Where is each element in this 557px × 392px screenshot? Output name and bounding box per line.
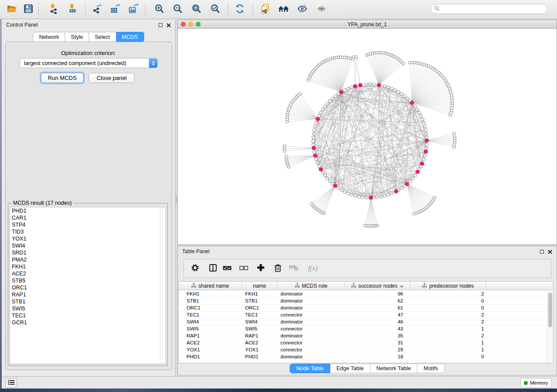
- ring-node[interactable]: [422, 158, 426, 161]
- ring-node[interactable]: [408, 180, 412, 182]
- mcds-result-item[interactable]: ACE2: [10, 270, 166, 277]
- ring-node[interactable]: [329, 180, 332, 182]
- ring-node[interactable]: [337, 187, 340, 189]
- first-neighbors-button[interactable]: [277, 3, 290, 16]
- hub-node[interactable]: [359, 83, 363, 87]
- column-header-name[interactable]: name: [242, 282, 277, 290]
- ring-node[interactable]: [326, 177, 329, 180]
- deselect-all-button[interactable]: [239, 264, 249, 273]
- ring-node[interactable]: [315, 158, 318, 161]
- ring-node[interactable]: [314, 125, 317, 127]
- leaf-node[interactable]: [285, 155, 288, 158]
- ring-node[interactable]: [319, 111, 322, 114]
- run-mcds-button[interactable]: Run MCDS: [41, 73, 83, 83]
- mcds-result-item[interactable]: FKH1: [10, 263, 166, 270]
- ring-node[interactable]: [376, 196, 379, 199]
- ring-node[interactable]: [350, 86, 353, 89]
- ring-node[interactable]: [423, 125, 426, 127]
- table-row[interactable]: ACE2ACE2connector311: [179, 340, 547, 347]
- tab-edge-table[interactable]: Edge Table: [330, 364, 370, 373]
- hub-node[interactable]: [316, 117, 320, 121]
- ring-node[interactable]: [411, 177, 414, 180]
- mcds-result-item[interactable]: GCR1: [10, 319, 166, 326]
- hub-node[interactable]: [333, 184, 337, 188]
- ring-node[interactable]: [416, 108, 419, 111]
- mcds-list-scrollbar[interactable]: [160, 207, 166, 364]
- tab-network-table[interactable]: Network Table: [370, 364, 418, 373]
- leaf-node[interactable]: [453, 146, 456, 148]
- tab-network[interactable]: Network: [33, 32, 65, 42]
- table-row[interactable]: SWI5SWI5connector431: [179, 326, 547, 333]
- ring-node[interactable]: [424, 129, 427, 131]
- ring-node[interactable]: [418, 111, 421, 114]
- ring-node[interactable]: [323, 174, 326, 177]
- leaf-node[interactable]: [283, 148, 286, 150]
- ring-node[interactable]: [343, 89, 346, 91]
- leaf-node[interactable]: [355, 56, 358, 58]
- tab-mcds[interactable]: MCDS: [116, 32, 144, 42]
- hub-node[interactable]: [420, 162, 424, 165]
- ring-node[interactable]: [422, 121, 426, 124]
- ring-node[interactable]: [383, 85, 386, 87]
- table-row[interactable]: TEC1TEC1connector472: [179, 312, 547, 319]
- refresh-button[interactable]: [233, 3, 246, 16]
- leaf-node[interactable]: [299, 93, 302, 95]
- ring-node[interactable]: [387, 86, 390, 89]
- tab-select[interactable]: Select: [89, 32, 116, 42]
- ring-node[interactable]: [326, 102, 329, 105]
- ring-node[interactable]: [340, 189, 343, 192]
- import-table-button[interactable]: [66, 3, 79, 16]
- zoom-fit-button[interactable]: [190, 3, 203, 16]
- hub-node[interactable]: [319, 168, 323, 171]
- ring-node[interactable]: [315, 121, 318, 124]
- leaf-node[interactable]: [310, 203, 313, 205]
- ring-node[interactable]: [312, 143, 315, 146]
- memory-button[interactable]: Memory: [520, 378, 552, 388]
- hub-node[interactable]: [353, 85, 357, 88]
- close-window-light[interactable]: [181, 22, 186, 27]
- ring-node[interactable]: [403, 95, 406, 97]
- new-network-from-selection-button[interactable]: [259, 3, 272, 16]
- column-header-successor-nodes[interactable]: successor nodes: [345, 282, 410, 290]
- ring-node[interactable]: [390, 87, 393, 90]
- column-header-shared-name[interactable]: shared name: [179, 282, 242, 290]
- search-input[interactable]: [442, 6, 543, 12]
- leaf-node[interactable]: [412, 213, 415, 215]
- ring-node[interactable]: [394, 89, 397, 91]
- table-scrollbar[interactable]: [547, 291, 553, 363]
- select-all-button[interactable]: [222, 264, 232, 273]
- mcds-result-item[interactable]: RAP1: [10, 291, 166, 298]
- save-button[interactable]: [22, 3, 35, 16]
- zoom-selected-button[interactable]: [209, 3, 222, 16]
- hub-node[interactable]: [339, 90, 343, 94]
- ring-node[interactable]: [397, 90, 400, 93]
- zoom-in-button[interactable]: [153, 3, 166, 16]
- mcds-result-item[interactable]: TEC1: [10, 312, 166, 319]
- hub-node[interactable]: [394, 190, 398, 193]
- table-row[interactable]: SWI4SWI4dominator462: [179, 319, 547, 326]
- mcds-result-item[interactable]: SRD1: [10, 249, 166, 256]
- ring-node[interactable]: [383, 195, 386, 197]
- mcds-result-item[interactable]: PMA2: [10, 256, 166, 263]
- ring-node[interactable]: [361, 196, 364, 199]
- mcds-result-item[interactable]: PHD1: [10, 207, 166, 214]
- open-button[interactable]: [5, 3, 18, 16]
- tab-motifs[interactable]: Motifs: [417, 364, 444, 373]
- ring-node[interactable]: [321, 108, 324, 111]
- close-panel-icon[interactable]: [548, 249, 552, 254]
- ring-node[interactable]: [357, 195, 360, 198]
- mcds-result-item[interactable]: TID3: [10, 228, 166, 235]
- mcds-result-item[interactable]: STP4: [10, 221, 166, 228]
- scrollbar-thumb[interactable]: [548, 292, 552, 327]
- ring-node[interactable]: [343, 191, 346, 193]
- ring-node[interactable]: [312, 136, 315, 138]
- ring-node[interactable]: [321, 171, 324, 174]
- close-panel-button[interactable]: Close panel: [89, 73, 135, 83]
- add-column-button[interactable]: [256, 264, 266, 273]
- ring-node[interactable]: [334, 95, 337, 97]
- ring-node[interactable]: [421, 118, 424, 120]
- ring-node[interactable]: [312, 132, 315, 135]
- zoom-out-button[interactable]: [171, 3, 184, 16]
- export-network-button[interactable]: [90, 3, 104, 16]
- mcds-result-item[interactable]: SWI5: [10, 305, 166, 312]
